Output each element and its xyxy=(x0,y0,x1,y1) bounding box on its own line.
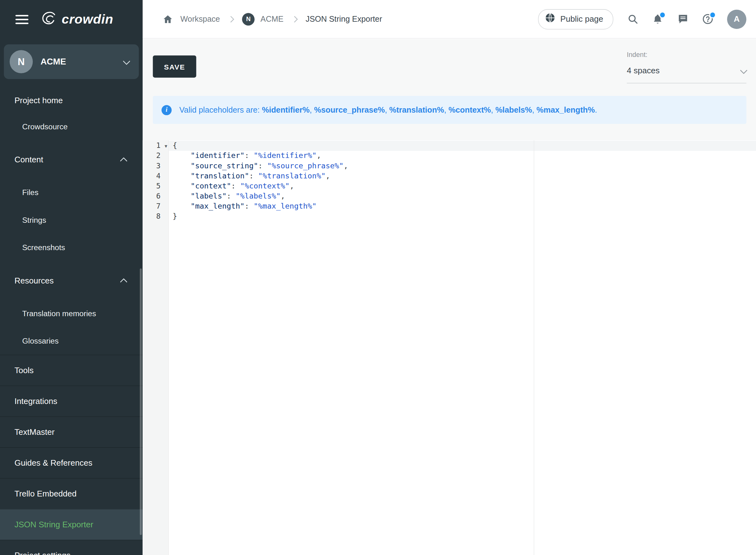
editor-line[interactable]: "context": "%context%", xyxy=(172,181,756,191)
user-avatar[interactable]: A xyxy=(727,9,746,29)
sidebar-item-label: Guides & References xyxy=(14,458,92,467)
line-number: 3 xyxy=(142,161,168,171)
help-notification-dot xyxy=(709,11,716,18)
crowdin-app: crowdin N ACME Project homeCrowdsourceCo… xyxy=(0,0,756,555)
globe-icon xyxy=(545,12,555,26)
sidebar-header: crowdin xyxy=(0,0,142,39)
placeholder-token: %context% xyxy=(449,105,491,114)
line-number: 6 xyxy=(142,191,168,201)
line-number: 8 xyxy=(142,212,168,222)
placeholder-token: %labels% xyxy=(495,105,532,114)
sidebar-item-translation-memories[interactable]: Translation memories xyxy=(0,300,142,327)
help-icon[interactable] xyxy=(702,13,714,25)
sidebar-item-glossaries[interactable]: Glossaries xyxy=(0,327,142,354)
breadcrumb-item: JSON String Exporter xyxy=(306,14,382,24)
chevron-down-icon xyxy=(123,57,130,65)
menu-icon[interactable] xyxy=(15,12,28,26)
sidebar-item-label: Project settings xyxy=(14,551,71,555)
chevron-down-icon xyxy=(740,67,748,74)
info-banner: i Valid placeholders are: %identifier%, … xyxy=(153,96,747,124)
code-editor[interactable]: 1▾2345678 { "identifier": "%identifier%"… xyxy=(142,140,756,555)
chevron-up-icon xyxy=(120,157,127,165)
indent-label: Indent: xyxy=(627,51,746,59)
breadcrumb: WorkspaceNACMEJSON String Exporter xyxy=(162,13,382,26)
line-number: 1▾ xyxy=(142,141,168,151)
sidebar-scrollbar[interactable] xyxy=(140,268,142,535)
sidebar-item-crowdsource[interactable]: Crowdsource xyxy=(0,113,142,140)
sidebar-item-trello-embedded[interactable]: Trello Embedded xyxy=(0,478,142,509)
sidebar-item-integrations[interactable]: Integrations xyxy=(0,386,142,417)
fold-toggle-icon[interactable]: ▾ xyxy=(165,141,167,151)
breadcrumb-label: ACME xyxy=(261,14,284,24)
placeholder-token: %source_phrase% xyxy=(314,105,385,114)
chevron-up-icon xyxy=(120,278,127,285)
crowdin-logo[interactable]: crowdin xyxy=(41,11,113,27)
editor-line[interactable]: "labels": "%labels%", xyxy=(172,191,756,201)
sidebar-item-label: Strings xyxy=(22,216,46,224)
sidebar-item-project-home[interactable]: Project home xyxy=(0,89,142,113)
topbar: WorkspaceNACMEJSON String Exporter Publi… xyxy=(142,0,756,39)
sidebar-item-label: Tools xyxy=(14,366,34,375)
placeholder-token: %max_length% xyxy=(537,105,595,114)
editor-code[interactable]: { "identifier": "%identifier%", "source_… xyxy=(169,140,756,555)
sidebar-item-label: JSON String Exporter xyxy=(14,520,93,529)
editor-line[interactable]: { xyxy=(172,141,756,151)
sidebar-item-label: Project home xyxy=(14,96,62,105)
sidebar-item-label: Integrations xyxy=(14,396,57,405)
breadcrumb-separator-icon xyxy=(291,16,298,23)
sidebar-item-strings[interactable]: Strings xyxy=(0,206,142,234)
placeholder-token: %translation% xyxy=(389,105,444,114)
indent-select[interactable]: 4 spaces xyxy=(627,66,746,83)
sidebar-item-textmaster[interactable]: TextMaster xyxy=(0,417,142,447)
sidebar-item-resources[interactable]: Resources xyxy=(0,268,142,294)
notification-dot xyxy=(659,11,666,18)
line-number: 2 xyxy=(142,151,168,161)
sidebar-item-label: Trello Embedded xyxy=(14,489,77,498)
sidebar-item-label: Glossaries xyxy=(22,337,58,345)
editor-line[interactable]: "source_string": "%source_phrase%", xyxy=(172,161,756,171)
save-button[interactable]: SAVE xyxy=(153,55,197,77)
workspace-selector[interactable]: N ACME xyxy=(4,44,139,79)
sidebar-item-label: Content xyxy=(14,155,43,165)
indent-value: 4 spaces xyxy=(627,66,659,76)
public-page-label: Public page xyxy=(560,14,603,24)
breadcrumb-item[interactable]: Workspace xyxy=(180,14,220,24)
breadcrumb-label: JSON String Exporter xyxy=(306,14,382,24)
messages-icon[interactable] xyxy=(677,13,689,25)
sidebar: crowdin N ACME Project homeCrowdsourceCo… xyxy=(0,0,142,555)
sidebar-item-project-settings[interactable]: Project settings xyxy=(0,540,142,555)
placeholder-token: %identifier% xyxy=(262,105,310,114)
editor-line[interactable]: "identifier": "%identifier%", xyxy=(172,151,756,161)
search-icon[interactable] xyxy=(627,13,638,25)
sidebar-item-label: Translation memories xyxy=(22,309,96,317)
breadcrumb-item[interactable]: NACME xyxy=(242,13,283,26)
editor-line[interactable]: "translation": "%translation%", xyxy=(172,171,756,181)
notifications-bell-icon[interactable] xyxy=(652,13,664,25)
breadcrumb-separator-icon xyxy=(227,16,235,23)
sidebar-nav: Project homeCrowdsourceContentFilesStrin… xyxy=(0,89,142,555)
topbar-actions: Public page xyxy=(538,9,747,29)
sidebar-item-tools[interactable]: Tools xyxy=(0,354,142,385)
crowdin-logo-text: crowdin xyxy=(62,12,113,27)
sidebar-item-label: Files xyxy=(22,188,38,197)
sidebar-item-files[interactable]: Files xyxy=(0,179,142,206)
sidebar-item-screenshots[interactable]: Screenshots xyxy=(0,234,142,261)
editor-line[interactable]: } xyxy=(172,212,756,222)
info-icon: i xyxy=(162,105,172,115)
sidebar-item-label: Screenshots xyxy=(22,244,65,252)
editor-line[interactable]: "max_length": "%max_length%" xyxy=(172,201,756,211)
editor-gutter: 1▾2345678 xyxy=(142,140,169,555)
workspace-name: ACME xyxy=(41,57,66,67)
sidebar-item-guides-references[interactable]: Guides & References xyxy=(0,447,142,478)
home-icon[interactable] xyxy=(162,13,174,25)
sidebar-item-json-string-exporter[interactable]: JSON String Exporter xyxy=(0,509,142,540)
project-avatar: N xyxy=(242,13,255,26)
line-number: 4 xyxy=(142,171,168,181)
sidebar-item-label: TextMaster xyxy=(14,427,54,436)
public-page-button[interactable]: Public page xyxy=(538,9,614,29)
line-number: 5 xyxy=(142,181,168,191)
workspace-avatar: N xyxy=(10,50,33,73)
breadcrumb-label: Workspace xyxy=(180,14,220,24)
sidebar-item-content[interactable]: Content xyxy=(0,147,142,173)
crowdin-logo-icon xyxy=(41,11,57,27)
